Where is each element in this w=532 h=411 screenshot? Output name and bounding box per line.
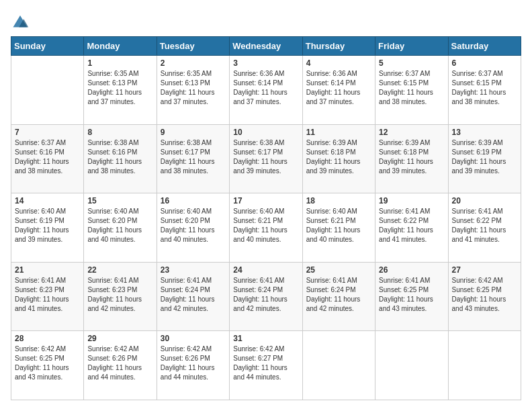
calendar-cell: 6Sunrise: 6:37 AMSunset: 6:15 PMDaylight… bbox=[448, 56, 521, 125]
day-number: 21 bbox=[15, 265, 80, 275]
calendar-week-row: 1Sunrise: 6:35 AMSunset: 6:13 PMDaylight… bbox=[11, 56, 521, 125]
day-number: 18 bbox=[306, 196, 371, 205]
logo bbox=[11, 11, 32, 30]
cell-info: Sunrise: 6:40 AMSunset: 6:20 PMDaylight:… bbox=[161, 207, 226, 244]
day-number: 26 bbox=[379, 265, 444, 275]
calendar-cell: 20Sunrise: 6:41 AMSunset: 6:22 PMDayligh… bbox=[448, 193, 521, 263]
day-number: 2 bbox=[161, 58, 226, 68]
cell-info: Sunrise: 6:41 AMSunset: 6:22 PMDaylight:… bbox=[452, 207, 517, 244]
day-number: 14 bbox=[15, 196, 80, 205]
day-number: 8 bbox=[87, 128, 152, 137]
day-number: 25 bbox=[306, 265, 371, 275]
calendar-cell: 25Sunrise: 6:41 AMSunset: 6:24 PMDayligh… bbox=[302, 262, 375, 331]
cell-info: Sunrise: 6:37 AMSunset: 6:15 PMDaylight:… bbox=[452, 69, 517, 107]
weekday-header: Tuesday bbox=[157, 37, 229, 56]
cell-info: Sunrise: 6:41 AMSunset: 6:24 PMDaylight:… bbox=[161, 276, 226, 314]
weekday-header: Saturday bbox=[448, 37, 521, 56]
day-number: 11 bbox=[306, 128, 371, 137]
calendar-cell: 27Sunrise: 6:42 AMSunset: 6:25 PMDayligh… bbox=[448, 262, 521, 331]
calendar-table: SundayMondayTuesdayWednesdayThursdayFrid… bbox=[11, 36, 521, 400]
day-number: 28 bbox=[15, 334, 80, 343]
day-number: 17 bbox=[233, 196, 298, 205]
cell-info: Sunrise: 6:40 AMSunset: 6:19 PMDaylight:… bbox=[15, 207, 80, 244]
calendar-cell: 2Sunrise: 6:35 AMSunset: 6:13 PMDaylight… bbox=[157, 56, 229, 125]
calendar-cell bbox=[448, 331, 521, 400]
header bbox=[11, 11, 521, 30]
cell-info: Sunrise: 6:42 AMSunset: 6:26 PMDaylight:… bbox=[87, 345, 152, 382]
cell-info: Sunrise: 6:37 AMSunset: 6:15 PMDaylight:… bbox=[379, 69, 444, 107]
calendar-cell bbox=[302, 331, 375, 400]
day-number: 15 bbox=[87, 196, 152, 205]
calendar-cell: 14Sunrise: 6:40 AMSunset: 6:19 PMDayligh… bbox=[11, 193, 84, 263]
calendar-cell: 13Sunrise: 6:39 AMSunset: 6:19 PMDayligh… bbox=[448, 124, 521, 193]
calendar-cell bbox=[11, 56, 84, 125]
cell-info: Sunrise: 6:38 AMSunset: 6:16 PMDaylight:… bbox=[87, 138, 152, 176]
calendar-week-row: 7Sunrise: 6:37 AMSunset: 6:16 PMDaylight… bbox=[11, 124, 521, 193]
cell-info: Sunrise: 6:41 AMSunset: 6:25 PMDaylight:… bbox=[379, 276, 444, 314]
cell-info: Sunrise: 6:42 AMSunset: 6:26 PMDaylight:… bbox=[161, 345, 226, 382]
calendar-cell: 8Sunrise: 6:38 AMSunset: 6:16 PMDaylight… bbox=[84, 124, 157, 193]
day-number: 4 bbox=[306, 58, 371, 68]
calendar-cell: 30Sunrise: 6:42 AMSunset: 6:26 PMDayligh… bbox=[157, 331, 229, 400]
calendar-cell: 23Sunrise: 6:41 AMSunset: 6:24 PMDayligh… bbox=[157, 262, 229, 331]
weekday-header: Wednesday bbox=[230, 37, 302, 56]
day-number: 24 bbox=[233, 265, 298, 275]
day-number: 7 bbox=[15, 128, 80, 137]
day-number: 1 bbox=[87, 58, 152, 68]
calendar-cell: 19Sunrise: 6:41 AMSunset: 6:22 PMDayligh… bbox=[375, 193, 448, 263]
calendar-week-row: 14Sunrise: 6:40 AMSunset: 6:19 PMDayligh… bbox=[11, 193, 521, 263]
day-number: 31 bbox=[233, 334, 298, 343]
day-number: 9 bbox=[161, 128, 226, 137]
day-number: 19 bbox=[379, 196, 444, 205]
calendar-cell: 16Sunrise: 6:40 AMSunset: 6:20 PMDayligh… bbox=[157, 193, 229, 263]
cell-info: Sunrise: 6:36 AMSunset: 6:14 PMDaylight:… bbox=[233, 69, 298, 107]
calendar-cell: 17Sunrise: 6:40 AMSunset: 6:21 PMDayligh… bbox=[230, 193, 302, 263]
weekday-header: Friday bbox=[375, 37, 448, 56]
weekday-header: Monday bbox=[84, 37, 157, 56]
cell-info: Sunrise: 6:41 AMSunset: 6:23 PMDaylight:… bbox=[87, 276, 152, 314]
calendar-cell: 3Sunrise: 6:36 AMSunset: 6:14 PMDaylight… bbox=[230, 56, 302, 125]
cell-info: Sunrise: 6:41 AMSunset: 6:22 PMDaylight:… bbox=[379, 207, 444, 244]
day-number: 22 bbox=[87, 265, 152, 275]
calendar-cell: 5Sunrise: 6:37 AMSunset: 6:15 PMDaylight… bbox=[375, 56, 448, 125]
calendar-cell: 4Sunrise: 6:36 AMSunset: 6:14 PMDaylight… bbox=[302, 56, 375, 125]
calendar-cell: 1Sunrise: 6:35 AMSunset: 6:13 PMDaylight… bbox=[84, 56, 157, 125]
cell-info: Sunrise: 6:38 AMSunset: 6:17 PMDaylight:… bbox=[161, 138, 226, 176]
calendar-cell: 22Sunrise: 6:41 AMSunset: 6:23 PMDayligh… bbox=[84, 262, 157, 331]
calendar-cell: 24Sunrise: 6:41 AMSunset: 6:24 PMDayligh… bbox=[230, 262, 302, 331]
day-number: 5 bbox=[379, 58, 444, 68]
cell-info: Sunrise: 6:40 AMSunset: 6:21 PMDaylight:… bbox=[306, 207, 371, 244]
calendar-cell: 18Sunrise: 6:40 AMSunset: 6:21 PMDayligh… bbox=[302, 193, 375, 263]
day-number: 13 bbox=[452, 128, 517, 137]
cell-info: Sunrise: 6:35 AMSunset: 6:13 PMDaylight:… bbox=[161, 69, 226, 107]
calendar-cell: 11Sunrise: 6:39 AMSunset: 6:18 PMDayligh… bbox=[302, 124, 375, 193]
cell-info: Sunrise: 6:41 AMSunset: 6:24 PMDaylight:… bbox=[306, 276, 371, 314]
cell-info: Sunrise: 6:38 AMSunset: 6:17 PMDaylight:… bbox=[233, 138, 298, 176]
calendar-cell bbox=[375, 331, 448, 400]
page: SundayMondayTuesdayWednesdayThursdayFrid… bbox=[0, 0, 532, 411]
day-number: 29 bbox=[87, 334, 152, 343]
cell-info: Sunrise: 6:42 AMSunset: 6:25 PMDaylight:… bbox=[15, 345, 80, 382]
day-number: 16 bbox=[161, 196, 226, 205]
logo-icon bbox=[11, 11, 30, 30]
day-number: 3 bbox=[233, 58, 298, 68]
calendar-header-row: SundayMondayTuesdayWednesdayThursdayFrid… bbox=[11, 37, 521, 56]
cell-info: Sunrise: 6:39 AMSunset: 6:19 PMDaylight:… bbox=[452, 138, 517, 176]
calendar-cell: 7Sunrise: 6:37 AMSunset: 6:16 PMDaylight… bbox=[11, 124, 84, 193]
day-number: 27 bbox=[452, 265, 517, 275]
calendar-cell: 31Sunrise: 6:42 AMSunset: 6:27 PMDayligh… bbox=[230, 331, 302, 400]
calendar-cell: 15Sunrise: 6:40 AMSunset: 6:20 PMDayligh… bbox=[84, 193, 157, 263]
day-number: 23 bbox=[161, 265, 226, 275]
calendar-cell: 10Sunrise: 6:38 AMSunset: 6:17 PMDayligh… bbox=[230, 124, 302, 193]
calendar-cell: 21Sunrise: 6:41 AMSunset: 6:23 PMDayligh… bbox=[11, 262, 84, 331]
calendar-week-row: 28Sunrise: 6:42 AMSunset: 6:25 PMDayligh… bbox=[11, 331, 521, 400]
weekday-header: Sunday bbox=[11, 37, 84, 56]
cell-info: Sunrise: 6:35 AMSunset: 6:13 PMDaylight:… bbox=[87, 69, 152, 107]
day-number: 30 bbox=[161, 334, 226, 343]
calendar-cell: 12Sunrise: 6:39 AMSunset: 6:18 PMDayligh… bbox=[375, 124, 448, 193]
calendar-cell: 26Sunrise: 6:41 AMSunset: 6:25 PMDayligh… bbox=[375, 262, 448, 331]
cell-info: Sunrise: 6:42 AMSunset: 6:27 PMDaylight:… bbox=[233, 345, 298, 382]
cell-info: Sunrise: 6:40 AMSunset: 6:21 PMDaylight:… bbox=[233, 207, 298, 244]
calendar-cell: 29Sunrise: 6:42 AMSunset: 6:26 PMDayligh… bbox=[84, 331, 157, 400]
cell-info: Sunrise: 6:37 AMSunset: 6:16 PMDaylight:… bbox=[15, 138, 80, 176]
